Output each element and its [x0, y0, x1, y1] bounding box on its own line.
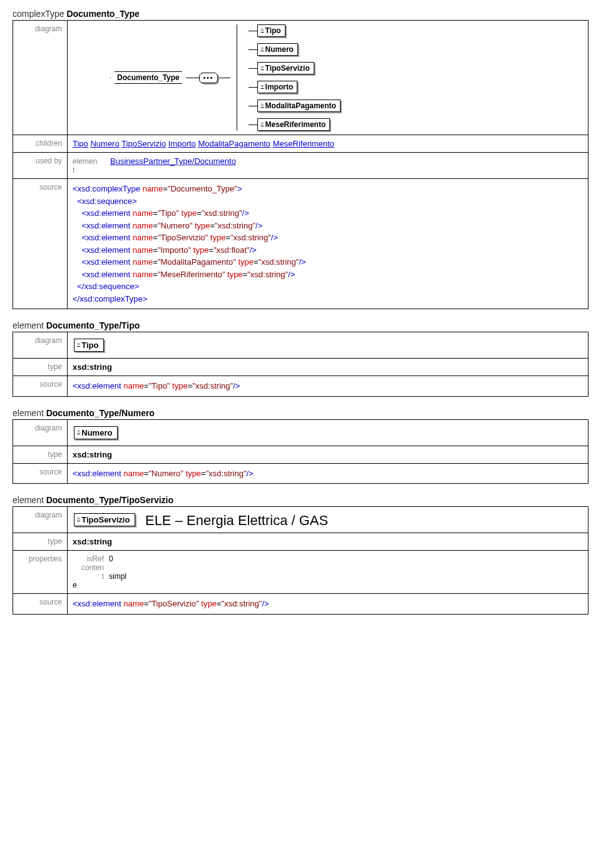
child-node: =ModalitaPagamento — [249, 100, 341, 112]
source-line: <xsd:element name="Numero" type="xsd:str… — [73, 220, 583, 232]
child-node: =Numero — [249, 43, 341, 56]
row-label-properties: properties — [13, 551, 68, 594]
source-line: <xsd:sequence> — [73, 195, 583, 208]
source-cell: <xsd:element name="Numero" type="xsd:str… — [68, 463, 588, 484]
child-node: =Tipo — [249, 24, 341, 37]
source-line: <xsd:element name="Importo" type="xsd:fl… — [73, 244, 583, 257]
child-link[interactable]: Importo — [168, 139, 196, 148]
properties-cell: isRef0 conten tsimpl e — [68, 551, 588, 594]
source-line: <xsd:complexType name="Documento_Type"> — [73, 183, 583, 195]
diagram-cell: =Numero — [68, 419, 588, 446]
element-node: =TipoServizio — [74, 513, 135, 526]
usedby-link[interactable]: BusinessPartner_Type/Documento — [110, 156, 236, 166]
row-label-source: source — [13, 376, 68, 397]
diagram-cell: =Tipo — [68, 332, 588, 359]
children-cell: Tipo Numero TipoServizio Importo Modalit… — [68, 135, 588, 153]
row-label-type: type — [13, 446, 68, 463]
complexType-table: diagram Documento_Type ••• =Tipo =Numero… — [13, 20, 588, 309]
source-line: <xsd:element name="ModalitaPagamento" ty… — [73, 256, 583, 268]
row-label-type: type — [13, 533, 68, 551]
usedby-kind: elemen t — [73, 157, 110, 175]
source-line: <xsd:element name="Tipo" type="xsd:strin… — [73, 207, 583, 220]
source-line: <xsd:element name="Numero" type="xsd:str… — [73, 467, 583, 480]
prop-key: conten t — [73, 563, 104, 581]
source-cell: <xsd:element name="TipoServizio" type="x… — [68, 594, 588, 615]
row-label-diagram: diagram — [13, 332, 68, 359]
section-title-element: element Documento_Type/Tipo — [13, 320, 595, 330]
diagram-cell: =TipoServizio ELE – Energia Elettrica / … — [68, 507, 588, 533]
usedby-row: used by elemen t BusinessPartner_Type/Do… — [13, 153, 588, 179]
row-label-source: source — [13, 594, 68, 615]
child-node: =TipoServizio — [249, 62, 341, 74]
child-link[interactable]: Tipo — [73, 139, 88, 148]
source-line: </xsd:complexType> — [73, 293, 583, 305]
child-node: =MeseRiferimento — [249, 118, 341, 131]
element-table-numero: diagram =Numero type xsd:string source <… — [13, 419, 588, 484]
diagram-cell: Documento_Type ••• =Tipo =Numero =TipoSe… — [68, 21, 588, 135]
title-prefix: element — [13, 320, 44, 330]
element-table-tipo: diagram =Tipo type xsd:string source <xs… — [13, 332, 588, 397]
usedby-cell: elemen t BusinessPartner_Type/Documento — [68, 153, 588, 179]
children-row: children Tipo Numero TipoServizio Import… — [13, 135, 588, 153]
connector — [218, 78, 230, 78]
child-link[interactable]: Numero — [90, 139, 119, 148]
children-column: =Tipo =Numero =TipoServizio =Importo =Mo… — [237, 24, 341, 131]
title-prefix: complexType — [13, 9, 64, 19]
source-cell: <xsd:complexType name="Documento_Type"> … — [68, 179, 588, 309]
type-cell: xsd:string — [68, 359, 588, 376]
title-name: Documento_Type — [66, 9, 139, 19]
row-label-source: source — [13, 463, 68, 484]
prop-key: isRef — [73, 554, 104, 563]
source-line: <xsd:element name="TipoServizio" type="x… — [73, 232, 583, 244]
row-label-type: type — [13, 359, 68, 376]
title-prefix: element — [13, 408, 44, 418]
source-line: </xsd:sequence> — [73, 280, 583, 293]
diagram-row: diagram Documento_Type ••• =Tipo =Numero… — [13, 21, 588, 135]
source-cell: <xsd:element name="Tipo" type="xsd:strin… — [68, 376, 588, 397]
row-label-diagram: diagram — [13, 507, 68, 533]
section-title-element: element Documento_Type/Numero — [13, 408, 595, 418]
child-link[interactable]: TipoServizio — [121, 139, 166, 148]
title-name: Documento_Type/TipoServizio — [46, 495, 173, 505]
connector — [187, 78, 199, 78]
row-label-source: source — [13, 179, 68, 309]
source-row: source <xsd:complexType name="Documento_… — [13, 179, 588, 309]
child-node: =Importo — [249, 81, 341, 93]
title-name: Documento_Type/Tipo — [46, 320, 140, 330]
section-title-complexType: complexType Documento_Type — [13, 9, 595, 19]
child-link[interactable]: MeseRiferimento — [273, 139, 334, 148]
diagram-root-node: Documento_Type — [110, 71, 187, 84]
element-node: =Tipo — [74, 339, 104, 352]
row-label-usedby: used by — [13, 153, 68, 179]
element-table-tiposervizio: diagram =TipoServizio ELE – Energia Elet… — [13, 506, 588, 615]
source-line: <xsd:element name="Tipo" type="xsd:strin… — [73, 380, 583, 392]
source-line: <xsd:element name="MeseRiferimento" type… — [73, 268, 583, 281]
diagram-tree: Documento_Type ••• =Tipo =Numero =TipoSe… — [110, 24, 583, 131]
type-cell: xsd:string — [68, 446, 588, 463]
source-line: <xsd:element name="TipoServizio" type="x… — [73, 598, 583, 610]
row-label-children: children — [13, 135, 68, 153]
row-label-diagram: diagram — [13, 21, 68, 135]
child-link[interactable]: ModalitaPagamento — [198, 139, 270, 148]
type-cell: xsd:string — [68, 533, 588, 551]
diagram-note: ELE – Energia Elettrica / GAS — [145, 513, 328, 529]
section-title-element: element Documento_Type/TipoServizio — [13, 495, 595, 505]
element-node: =Numero — [74, 426, 118, 439]
title-name: Documento_Type/Numero — [46, 408, 155, 418]
prop-val: 0 — [109, 554, 113, 563]
title-prefix: element — [13, 495, 44, 505]
sequence-node: ••• — [199, 73, 218, 83]
row-label-diagram: diagram — [13, 419, 68, 446]
